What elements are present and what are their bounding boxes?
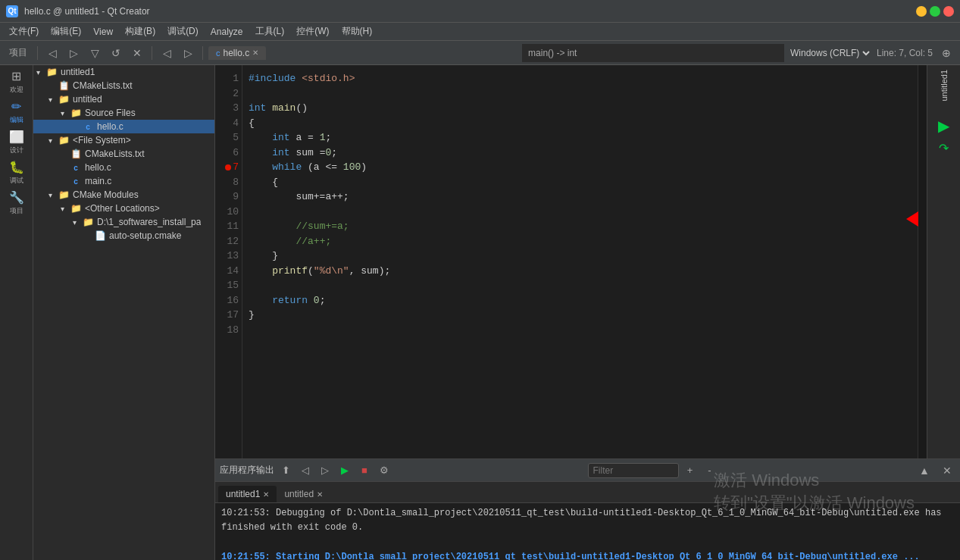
tab-label: untitled1 <box>226 489 260 499</box>
folder-icon: 📁 <box>82 217 94 227</box>
tab-close-icon[interactable]: ✕ <box>263 490 269 499</box>
output-next[interactable]: ▷ <box>317 462 333 479</box>
tree-label: untitled <box>73 94 102 105</box>
tree-item-d1-folder[interactable]: ▾ 📁 D:\1_softwares_install_pa <box>33 215 214 229</box>
tree-label: CMakeLists.txt <box>73 80 133 91</box>
window-title: hello.c @ untitled1 - Qt Creator <box>24 6 910 17</box>
output-filter-input[interactable] <box>588 463 679 478</box>
tree-item-untitled1-root[interactable]: ▾ 📁 untitled1 <box>33 65 214 79</box>
tree-item-hello-c-fs[interactable]: c hello.c <box>33 161 214 174</box>
output-settings[interactable]: ⚙ <box>376 462 392 479</box>
output-remove[interactable]: - <box>702 462 718 479</box>
next-button[interactable]: ▷ <box>179 44 197 62</box>
tree-label: D:\1_softwares_install_pa <box>97 217 201 227</box>
tree-label: CMakeLists.txt <box>85 149 145 159</box>
tree-item-other-locations[interactable]: ▾ 📁 <Other Locations> <box>33 202 214 215</box>
arrow-icon: ▾ <box>36 68 45 77</box>
c-file-icon: c <box>70 177 82 186</box>
sidebar-design-button[interactable]: ⬜ 设计 <box>3 129 30 156</box>
tree-item-main-c-fs[interactable]: c main.c <box>33 174 214 188</box>
tree-item-untitled-folder[interactable]: ▾ 📁 untitled <box>33 92 214 106</box>
menu-item[interactable]: 工具(L) <box>249 23 291 39</box>
output-label: 应用程序输出 <box>220 464 274 477</box>
prev-button[interactable]: ◁ <box>158 44 176 62</box>
output-run[interactable]: ▶ <box>336 462 353 479</box>
output-tab-untitled1[interactable]: untitled1 ✕ <box>218 486 277 502</box>
arrow-icon: ▾ <box>73 218 82 227</box>
tree-item-source-files[interactable]: ▾ 📁 Source Files <box>33 106 214 120</box>
edit-icon: ✏ <box>11 99 21 114</box>
output-scroll-up[interactable]: ⬆ <box>277 462 294 479</box>
nav-fwd-button[interactable]: ▷ <box>64 44 83 62</box>
tree-label: main.c <box>85 176 111 186</box>
window-controls <box>916 6 954 17</box>
expand-editor-button[interactable]: ⊕ <box>937 44 955 62</box>
untitled1-label: untitled1 <box>940 70 949 102</box>
code-content[interactable]: #include <stdio.h> int main() { int a = … <box>242 65 918 458</box>
run-arrow-icon <box>906 211 918 227</box>
sidebar-debug-button[interactable]: 🐛 调试 <box>3 159 30 186</box>
tree-item-cmakelists-fs[interactable]: 📋 CMakeLists.txt <box>33 147 214 161</box>
folder-icon: 📁 <box>70 108 82 118</box>
maximize-button[interactable] <box>930 6 940 17</box>
c-file-icon: c <box>82 123 94 131</box>
titlebar: Qt hello.c @ untitled1 - Qt Creator <box>0 0 960 23</box>
design-icon: ⬜ <box>9 130 24 144</box>
tree-label: <File System> <box>73 135 131 145</box>
menu-item[interactable]: 编辑(E) <box>45 23 87 39</box>
toolbar-right-info: Windows (CRLF) Line: 7, Col: 5 ⊕ <box>787 44 955 62</box>
output-tab-untitled[interactable]: untitled ✕ <box>277 486 330 502</box>
tab-close-icon[interactable]: ✕ <box>317 490 323 499</box>
editor-area[interactable]: 1 2 3 4 5 6 7 8 9 10 11 12 13 <box>215 65 927 458</box>
minimize-button[interactable] <box>916 6 927 17</box>
tree-item-cmakelists-root[interactable]: 📋 CMakeLists.txt <box>33 79 214 92</box>
tree-item-cmake-modules[interactable]: ▾ 📁 CMake Modules <box>33 188 214 202</box>
sidebar-edit-button[interactable]: ✏ 编辑 <box>3 99 30 126</box>
folder-icon: 📁 <box>45 67 58 77</box>
design-label: 设计 <box>10 145 23 155</box>
close-panel-button[interactable]: ✕ <box>128 44 146 62</box>
tab-label: untitled <box>284 489 314 499</box>
run-button[interactable]: ▶ <box>938 117 949 135</box>
tree-item-hello-c[interactable]: c hello.c <box>33 120 214 133</box>
toolbar-separator <box>37 46 38 60</box>
nav-back-button[interactable]: ◁ <box>43 44 61 62</box>
arrow-icon: ▾ <box>61 205 70 213</box>
menu-item[interactable]: 文件(F) <box>3 23 45 39</box>
tree-label: hello.c <box>85 162 111 173</box>
output-content: 10:21:53: Debugging of D:\Dontla_small_p… <box>215 503 960 560</box>
step-over-button[interactable]: ↷ <box>939 141 949 155</box>
menu-item[interactable]: 控件(W) <box>290 23 335 39</box>
tree-item-filesystem[interactable]: ▾ 📁 <File System> <box>33 133 214 147</box>
cmake-icon: 📋 <box>70 149 82 159</box>
cmake-icon: 📋 <box>58 80 70 91</box>
crlf-select[interactable]: Windows (CRLF) <box>787 47 872 59</box>
menu-item[interactable]: 帮助(H) <box>336 23 379 39</box>
arrow-icon: ▾ <box>48 95 58 104</box>
file-tab-close[interactable]: ✕ <box>252 48 258 57</box>
menubar: 文件(F)编辑(E)View构建(B)调试(D)Analyze工具(L)控件(W… <box>0 23 960 41</box>
toolbar-separator3 <box>202 46 203 60</box>
output-close-btn[interactable]: ✕ <box>939 462 955 479</box>
menu-item[interactable]: Analyze <box>205 25 249 39</box>
tree-label: <Other Locations> <box>85 203 160 214</box>
output-add[interactable]: + <box>682 462 699 479</box>
filter-button[interactable]: ▽ <box>86 44 104 62</box>
output-stop[interactable]: ■ <box>356 462 373 479</box>
toolbar-separator2 <box>152 46 152 60</box>
menu-item[interactable]: 构建(B) <box>119 23 161 39</box>
file-tab[interactable]: c hello.c ✕ <box>208 46 266 60</box>
menu-item[interactable]: View <box>87 25 119 39</box>
cmake-file-icon: 📄 <box>94 230 106 241</box>
sync-button[interactable]: ↺ <box>107 44 125 62</box>
sidebar-welcome-button[interactable]: ⊞ 欢迎 <box>3 68 30 95</box>
tree-item-auto-setup[interactable]: 📄 auto-setup.cmake <box>33 229 214 242</box>
sidebar-projects-button[interactable]: 🔧 项目 <box>3 189 30 217</box>
project-panel: ▾ 📁 untitled1 📋 CMakeLists.txt ▾ 📁 untit… <box>33 65 215 560</box>
project-label: 项目 <box>5 46 32 59</box>
close-button[interactable] <box>943 6 954 17</box>
output-collapse-btn[interactable]: ▲ <box>916 462 933 479</box>
edit-label: 编辑 <box>10 115 23 125</box>
output-prev[interactable]: ◁ <box>297 462 314 479</box>
menu-item[interactable]: 调试(D) <box>161 23 205 39</box>
